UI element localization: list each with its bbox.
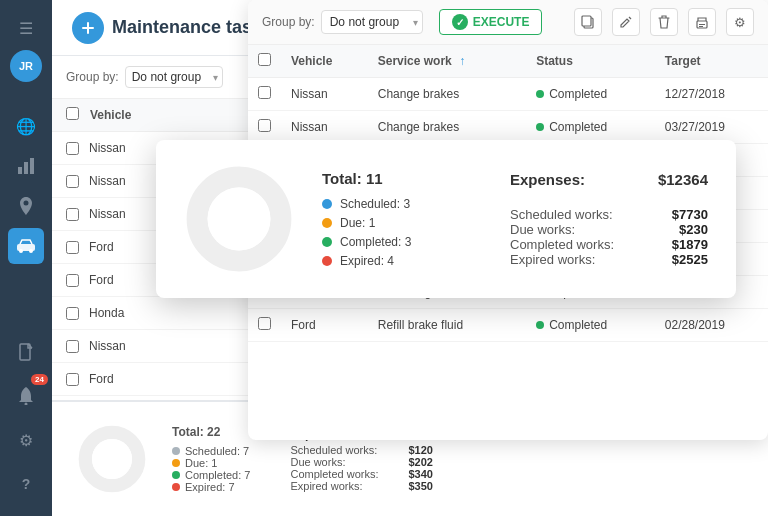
expense-label: Completed works: — [510, 237, 614, 252]
delete-button[interactable] — [650, 8, 678, 36]
row-status: Completed — [526, 309, 655, 342]
expense-value: $1879 — [672, 237, 708, 252]
help-icon[interactable]: ? — [8, 466, 44, 502]
location-icon[interactable] — [8, 188, 44, 224]
groupby-select[interactable]: Do not group By Vehicle By Status — [125, 66, 223, 88]
col-check-header — [248, 45, 281, 78]
vehicle-name: Nissan — [89, 339, 126, 353]
legend-dot-icon — [322, 199, 332, 209]
row-checkbox[interactable] — [66, 373, 79, 386]
table-row[interactable]: Nissan Change brakes Completed 12/27/201… — [248, 78, 768, 111]
expense-value: $350 — [408, 480, 432, 492]
expense-value: $230 — [679, 222, 708, 237]
summary-expense-row: Expired works:$350 — [290, 480, 433, 492]
col-status-header: Status — [526, 45, 655, 78]
vehicle-name: Ford — [89, 240, 114, 254]
svg-rect-15 — [582, 16, 591, 26]
row-target: 12/27/2018 — [655, 78, 768, 111]
row-checkbox[interactable] — [66, 175, 79, 188]
popup-total: Total: 11 — [322, 170, 482, 187]
svg-point-7 — [25, 403, 28, 406]
popup-expenses: Expenses: $12364 Scheduled works:$7730Du… — [510, 171, 708, 267]
svg-rect-18 — [699, 26, 703, 27]
edit-button[interactable] — [612, 8, 640, 36]
table-row[interactable]: Nissan Change brakes Completed 03/27/201… — [248, 111, 768, 144]
row-checkbox[interactable] — [66, 142, 79, 155]
vehicle-name: Honda — [89, 306, 124, 320]
legend-label: Scheduled: 3 — [340, 197, 410, 211]
vehicle-name: Nissan — [89, 174, 126, 188]
expense-value: $2525 — [672, 252, 708, 267]
expense-label: Scheduled works: — [290, 444, 377, 456]
execute-button[interactable]: ✓ EXECUTE — [439, 9, 543, 35]
legend-label: Completed: 3 — [340, 235, 411, 249]
popup-donut — [184, 164, 294, 274]
expense-row: Scheduled works:$7730 — [510, 207, 708, 222]
groupby-label: Group by: — [66, 70, 119, 84]
row-checkbox[interactable] — [66, 208, 79, 221]
row-checkbox[interactable] — [258, 119, 271, 132]
legend-item-label: Expired: 7 — [185, 481, 235, 493]
row-target: 03/27/2019 — [655, 111, 768, 144]
vehicle-name: Nissan — [89, 207, 126, 221]
popup-legend: Scheduled: 3Due: 1Completed: 3Expired: 4 — [322, 197, 482, 268]
summary-total: Total: 22 — [172, 425, 250, 439]
status-dot-icon — [536, 123, 544, 131]
toolbar-select-wrap: Do not group By Vehicle ▾ — [321, 10, 423, 34]
popup-expense-rows: Scheduled works:$7730Due works:$230Compl… — [510, 207, 708, 267]
expense-row: Expired works:$2525 — [510, 252, 708, 267]
svg-point-5 — [29, 249, 33, 253]
car-icon[interactable] — [8, 228, 44, 264]
select-all-check[interactable] — [66, 107, 90, 123]
toolbar-settings-icon[interactable]: ⚙ — [726, 8, 754, 36]
row-check-cell[interactable] — [248, 111, 281, 144]
row-checkbox[interactable] — [258, 86, 271, 99]
table-select-all[interactable] — [258, 53, 271, 66]
svg-rect-2 — [30, 158, 34, 174]
print-button[interactable] — [688, 8, 716, 36]
legend-label: Expired: 4 — [340, 254, 394, 268]
row-check-cell[interactable] — [248, 78, 281, 111]
summary-expense-rows: Scheduled works:$120Due works:$202Comple… — [290, 444, 433, 492]
row-vehicle: Nissan — [281, 78, 368, 111]
svg-point-4 — [19, 249, 23, 253]
expense-value: $7730 — [672, 207, 708, 222]
col-target-header: Target — [655, 45, 768, 78]
toolbar-groupby-select[interactable]: Do not group By Vehicle — [321, 10, 423, 34]
file-icon[interactable] — [8, 334, 44, 370]
row-checkbox[interactable] — [66, 241, 79, 254]
hamburger-icon[interactable]: ☰ — [8, 10, 44, 46]
add-button[interactable] — [72, 12, 104, 44]
select-all-checkbox[interactable] — [66, 107, 79, 120]
globe-icon[interactable]: 🌐 — [8, 108, 44, 144]
groupby-select-wrap: Do not group By Vehicle By Status ▾ — [125, 66, 223, 88]
row-checkbox[interactable] — [66, 307, 79, 320]
row-vehicle: Nissan — [281, 111, 368, 144]
table-toolbar: Group by: Do not group By Vehicle ▾ ✓ EX… — [248, 0, 768, 45]
popup-donut-chart — [184, 164, 294, 274]
popup-card: Total: 11 Scheduled: 3Due: 1Completed: 3… — [156, 140, 736, 298]
legend-dot-icon — [172, 471, 180, 479]
chart-icon[interactable] — [8, 148, 44, 184]
legend-label: Due: 1 — [340, 216, 375, 230]
vehicle-name: Nissan — [89, 141, 126, 155]
settings-icon[interactable]: ⚙ — [8, 422, 44, 458]
summary-stats: Total: 22 Scheduled: 7Due: 1Completed: 7… — [172, 425, 250, 493]
row-checkbox[interactable] — [258, 317, 271, 330]
row-status: Completed — [526, 78, 655, 111]
row-checkbox[interactable] — [66, 274, 79, 287]
expense-label: Scheduled works: — [510, 207, 613, 222]
svg-rect-1 — [24, 162, 28, 174]
table-row[interactable]: Ford Refill brake fluid Completed 02/28/… — [248, 309, 768, 342]
legend-dot-icon — [322, 237, 332, 247]
legend-item-label: Scheduled: 7 — [185, 445, 249, 457]
row-checkbox[interactable] — [66, 340, 79, 353]
avatar: JR — [10, 50, 42, 82]
copy-button[interactable] — [574, 8, 602, 36]
svg-point-13 — [92, 439, 132, 479]
expense-row: Completed works:$1879 — [510, 237, 708, 252]
legend-dot-icon — [172, 447, 180, 455]
col-service-header[interactable]: Service work ↑ — [368, 45, 526, 78]
summary-expense-row: Scheduled works:$120 — [290, 444, 433, 456]
row-check-cell[interactable] — [248, 309, 281, 342]
